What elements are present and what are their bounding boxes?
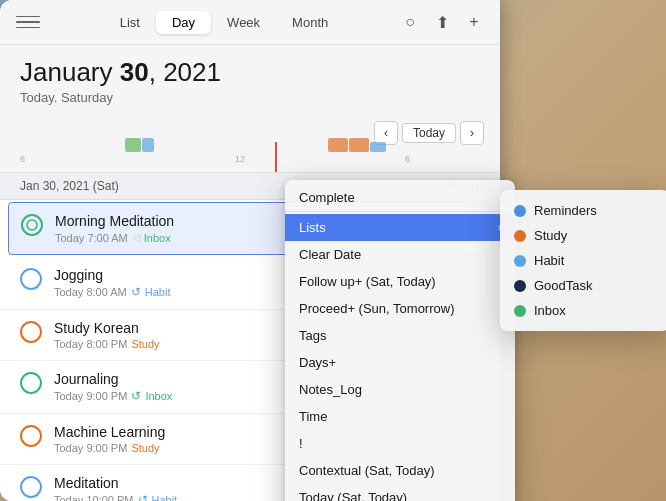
repeat-icon: ↺ bbox=[138, 493, 148, 501]
task-tag: Inbox bbox=[145, 390, 172, 402]
circle-icon[interactable]: ○ bbox=[400, 12, 420, 32]
tab-week[interactable]: Week bbox=[211, 11, 276, 34]
submenu-item-study[interactable]: Study bbox=[500, 223, 666, 248]
tab-day[interactable]: Day bbox=[156, 11, 211, 34]
context-menu: Complete Lists › Clear Date Follow up+ (… bbox=[285, 180, 515, 501]
task-time: Today 7:00 AM bbox=[55, 232, 128, 244]
time-label-6pm: 6 bbox=[405, 154, 410, 164]
goodtask-dot bbox=[514, 280, 526, 292]
event-bar-blue2 bbox=[370, 142, 386, 152]
calendar-strip: ‹ Today › 6 12 6 bbox=[0, 113, 500, 173]
hamburger-button[interactable] bbox=[16, 10, 40, 34]
submenu-item-reminders[interactable]: Reminders bbox=[500, 198, 666, 223]
menu-item-tags[interactable]: Tags bbox=[285, 322, 515, 349]
date-row-label: Jan 30, 2021 (Sat) bbox=[20, 179, 119, 193]
task-time: Today 9:00 PM bbox=[54, 390, 127, 402]
task-checkbox[interactable] bbox=[20, 268, 42, 290]
next-month-button[interactable]: › bbox=[460, 121, 484, 145]
tab-month[interactable]: Month bbox=[276, 11, 344, 34]
submenu-item-goodtask[interactable]: GoodTask bbox=[500, 273, 666, 298]
event-bar-blue bbox=[142, 138, 154, 152]
reminders-dot bbox=[514, 205, 526, 217]
menu-item-proceed[interactable]: Proceed+ (Sun, Tomorrow) bbox=[285, 295, 515, 322]
time-label-6am: 6 bbox=[20, 154, 25, 164]
task-tag: Inbox bbox=[144, 232, 171, 244]
task-checkbox[interactable] bbox=[20, 372, 42, 394]
inbox-dot bbox=[514, 305, 526, 317]
task-checkbox[interactable] bbox=[20, 476, 42, 498]
menu-item-lists[interactable]: Lists › bbox=[285, 214, 515, 241]
menu-item-contextual[interactable]: Contextual (Sat, Today) bbox=[285, 457, 515, 484]
menu-item-notes[interactable]: Notes_Log bbox=[285, 376, 515, 403]
add-icon[interactable]: + bbox=[464, 12, 484, 32]
time-label-12: 12 bbox=[235, 154, 245, 164]
toolbar-tabs: List Day Week Month bbox=[52, 11, 396, 34]
submenu-item-inbox[interactable]: Inbox bbox=[500, 298, 666, 323]
date-header: January 30, 2021 Today. Saturday bbox=[0, 45, 500, 113]
tab-list[interactable]: List bbox=[104, 11, 156, 34]
menu-item-time[interactable]: Time bbox=[285, 403, 515, 430]
event-bar-orange2 bbox=[349, 138, 369, 152]
menu-item-followup[interactable]: Follow up+ (Sat, Today) bbox=[285, 268, 515, 295]
task-checkbox[interactable] bbox=[20, 321, 42, 343]
task-time: Today 9:00 PM bbox=[54, 442, 127, 454]
task-time: Today 8:00 AM bbox=[54, 286, 127, 298]
habit-dot bbox=[514, 255, 526, 267]
event-bar-orange1 bbox=[328, 138, 348, 152]
event-bars-morning bbox=[125, 138, 185, 152]
svg-point-0 bbox=[27, 220, 37, 230]
event-bar-green bbox=[125, 138, 141, 152]
repeat-icon: ↺ bbox=[131, 389, 141, 403]
menu-item-today[interactable]: Today (Sat, Today) bbox=[285, 484, 515, 501]
toolbar-icons: ○ ⬆ + bbox=[400, 12, 484, 32]
menu-item-exclamation[interactable]: ! bbox=[285, 430, 515, 457]
study-dot bbox=[514, 230, 526, 242]
task-time: Today 10:00 PM bbox=[54, 494, 134, 501]
date-subtitle: Today. Saturday bbox=[20, 90, 480, 105]
today-button[interactable]: Today bbox=[402, 123, 456, 143]
task-tag: Habit bbox=[152, 494, 178, 501]
repeat-icon: ↺ bbox=[131, 285, 141, 299]
menu-item-days[interactable]: Days+ bbox=[285, 349, 515, 376]
current-time-indicator bbox=[275, 142, 277, 172]
task-tag: Study bbox=[131, 338, 159, 350]
task-checkbox[interactable] bbox=[21, 214, 43, 236]
submenu-item-habit[interactable]: Habit bbox=[500, 248, 666, 273]
menu-item-clear-date[interactable]: Clear Date bbox=[285, 241, 515, 268]
task-tag: Study bbox=[131, 442, 159, 454]
date-title: January 30, 2021 bbox=[20, 57, 480, 88]
event-bars-evening bbox=[328, 138, 408, 152]
task-checkbox[interactable] bbox=[20, 425, 42, 447]
task-tag: Habit bbox=[145, 286, 171, 298]
task-time: Today 8:00 PM bbox=[54, 338, 127, 350]
menu-complete-label[interactable]: Complete bbox=[285, 184, 515, 212]
toolbar: List Day Week Month ○ ⬆ + bbox=[0, 0, 500, 45]
lists-submenu: Reminders Study Habit GoodTask Inbox bbox=[500, 190, 666, 331]
share-icon[interactable]: ⬆ bbox=[432, 12, 452, 32]
